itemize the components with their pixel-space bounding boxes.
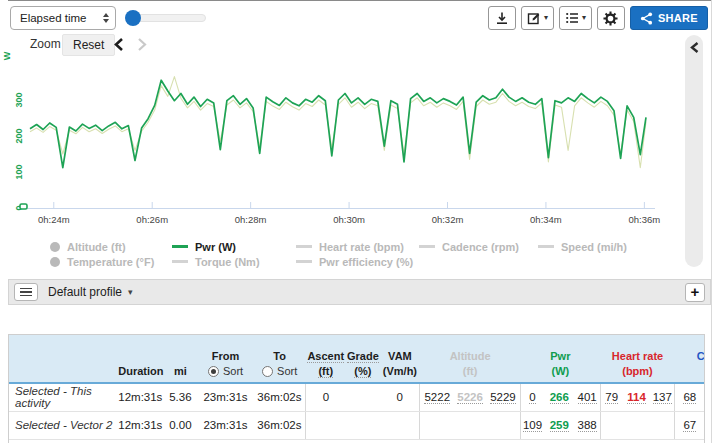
col-header-from: From Sort bbox=[197, 335, 253, 383]
line-marker-icon bbox=[172, 260, 188, 263]
add-profile-button[interactable]: + bbox=[685, 283, 705, 302]
svg-text:0h:26m: 0h:26m bbox=[136, 214, 168, 225]
toolbar: Elapsed time ▾ ▾ bbox=[8, 6, 710, 32]
power-chart[interactable]: 0h:24m0h:26m0h:28m0h:30m0h:32m0h:34m0h:3… bbox=[0, 30, 684, 232]
legend-item-pwr[interactable]: Pwr (W) bbox=[172, 241, 296, 253]
stats-table-container: Duration mi From Sort To Sort Ascent (ft… bbox=[8, 334, 705, 443]
line-marker-icon bbox=[296, 260, 312, 263]
col-header-name bbox=[9, 335, 117, 383]
select-spinner-icon bbox=[103, 13, 109, 23]
caret-down-icon: ▾ bbox=[544, 14, 548, 22]
svg-text:0h:28m: 0h:28m bbox=[235, 214, 267, 225]
row-label: Selected - This activity bbox=[9, 383, 117, 411]
col-header-duration: Duration bbox=[117, 335, 163, 383]
gear-icon bbox=[603, 11, 618, 26]
edit-menu-button[interactable]: ▾ bbox=[521, 6, 554, 30]
col-header-to: To Sort bbox=[254, 335, 306, 383]
svg-text:0h:36m: 0h:36m bbox=[629, 214, 661, 225]
col-header-pwr: Pwr (W) bbox=[520, 335, 600, 383]
download-icon bbox=[495, 11, 509, 25]
share-button[interactable]: SHARE bbox=[630, 6, 708, 30]
svg-text:100: 100 bbox=[14, 164, 24, 179]
share-button-label: SHARE bbox=[658, 12, 698, 24]
legend-item-temperature[interactable]: Temperature (°F) bbox=[50, 256, 172, 268]
panel-top-border bbox=[8, 0, 712, 1]
svg-text:W: W bbox=[2, 51, 12, 60]
side-panel-toggle[interactable] bbox=[685, 35, 703, 267]
line-marker-icon bbox=[538, 245, 554, 248]
to-sort-radio[interactable] bbox=[262, 366, 273, 377]
legend-item-heart-rate[interactable]: Heart rate (bpm) bbox=[296, 241, 419, 253]
offset-slider[interactable] bbox=[126, 14, 206, 22]
svg-text:0h:30m: 0h:30m bbox=[333, 214, 365, 225]
from-sort-radio[interactable] bbox=[208, 366, 219, 377]
share-icon bbox=[640, 12, 653, 25]
col-header-grade: Grade (%) bbox=[346, 335, 380, 383]
profile-dropdown[interactable]: Default profile ▾ bbox=[48, 285, 133, 299]
col-header-heart-rate: Heart rate (bpm) bbox=[600, 335, 674, 383]
line-marker-icon bbox=[296, 245, 312, 248]
caret-down-icon: ▾ bbox=[582, 14, 586, 22]
x-axis-mode-select[interactable]: Elapsed time bbox=[10, 6, 116, 30]
chart-legend: Altitude (ft) Pwr (W) Heart rate (bpm) C… bbox=[0, 239, 684, 269]
table-row: Selected - Vector 2 12m:31s 0.00 23m:31s… bbox=[9, 411, 705, 439]
legend-item-speed[interactable]: Speed (mi/h) bbox=[538, 241, 627, 253]
table-row: Selected - This activity 12m:31s 5.36 23… bbox=[9, 383, 705, 411]
settings-button[interactable] bbox=[597, 6, 625, 30]
svg-text:0h:34m: 0h:34m bbox=[530, 214, 562, 225]
svg-text:0h:32m: 0h:32m bbox=[432, 214, 464, 225]
list-menu-button[interactable]: ▾ bbox=[559, 6, 592, 30]
line-marker-icon bbox=[172, 245, 188, 248]
table-header-row: Duration mi From Sort To Sort Ascent (ft… bbox=[9, 335, 705, 383]
col-header-altitude: Altitude (ft) bbox=[420, 335, 520, 383]
hamburger-icon bbox=[20, 288, 32, 290]
line-marker-icon bbox=[419, 245, 435, 248]
panel-right-border bbox=[711, 0, 712, 443]
circle-marker-icon bbox=[50, 257, 60, 267]
legend-item-altitude[interactable]: Altitude (ft) bbox=[50, 241, 172, 253]
svg-text:200: 200 bbox=[14, 128, 24, 143]
profile-menu-button[interactable] bbox=[14, 283, 38, 301]
col-header-ascent: Ascent (ft) bbox=[306, 335, 346, 383]
stats-table: Duration mi From Sort To Sort Ascent (ft… bbox=[9, 335, 705, 440]
svg-text:300: 300 bbox=[14, 92, 24, 107]
row-label: Selected - Vector 2 bbox=[9, 411, 117, 439]
legend-item-pwr-efficiency[interactable]: Pwr efficiency (%) bbox=[296, 256, 419, 268]
collapse-chevron-icon bbox=[690, 42, 699, 53]
download-button[interactable] bbox=[488, 6, 516, 30]
col-header-vam: VAM (Vm/h) bbox=[380, 335, 420, 383]
edit-icon bbox=[527, 11, 541, 25]
circle-marker-icon bbox=[50, 242, 60, 252]
slider-knob[interactable] bbox=[125, 10, 141, 26]
caret-down-icon: ▾ bbox=[128, 288, 133, 297]
chart-area: 0h:24m0h:26m0h:28m0h:30m0h:32m0h:34m0h:3… bbox=[0, 30, 684, 232]
list-icon bbox=[565, 11, 579, 25]
profile-dropdown-label: Default profile bbox=[48, 285, 122, 299]
legend-item-cadence[interactable]: Cadence (rpm) bbox=[419, 241, 538, 253]
svg-text:0h:24m: 0h:24m bbox=[38, 214, 70, 225]
col-header-distance: mi bbox=[163, 335, 197, 383]
col-header-cadence: Cadence (rpm) bbox=[675, 335, 705, 383]
profile-bar: Default profile ▾ + bbox=[8, 279, 711, 305]
mode-select-value: Elapsed time bbox=[20, 12, 86, 24]
legend-item-torque[interactable]: Torque (Nm) bbox=[172, 256, 296, 268]
